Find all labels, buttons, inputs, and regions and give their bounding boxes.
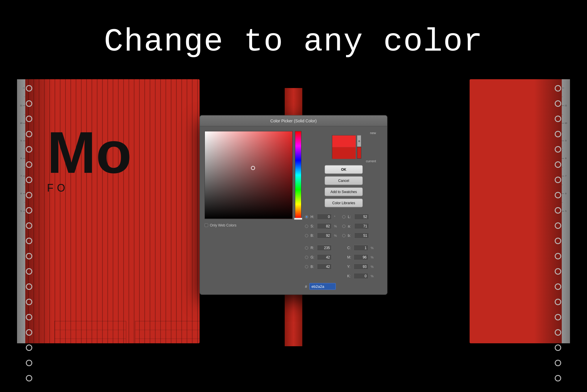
color-picker-right: new ⊕ current OK [305,131,382,290]
y-unit: % [371,265,374,268]
spiral-ring [26,283,32,290]
m-label: M: [347,255,351,259]
g-input[interactable] [317,254,332,260]
spiral-ring [555,116,561,122]
r-label: R: [311,246,315,250]
dialog-body: Only Web Colors new ⊕ [200,126,387,295]
only-web-colors-checkbox[interactable] [205,224,208,227]
color-libraries-button[interactable]: Color Libraries [325,199,363,207]
values-columns: H: ° S: % [305,214,382,281]
spiral-rings-right [555,85,561,381]
s-unit: % [334,224,338,228]
notebook-line-boxes [54,321,207,357]
dialog-titlebar: Color Picker (Solid Color) [200,116,387,126]
swatch-current-color [332,147,356,159]
c-label: C: [347,246,351,250]
b3-input[interactable] [354,233,369,239]
only-web-colors-checkbox-group[interactable]: Only Web Colors [205,223,236,227]
color-gradient-picker[interactable] [205,131,293,219]
a-input[interactable] [354,223,369,229]
s-label: S: [311,224,315,228]
h-radio[interactable] [305,215,308,218]
b3-radio[interactable] [342,234,345,237]
m-row: M: % [342,254,374,260]
spiral-ring [26,161,32,168]
m-unit: % [371,256,374,259]
a-row: a: [342,223,374,229]
spiral-ring [555,161,561,168]
new-label: new [370,131,376,135]
spiral-ring [555,192,561,198]
spiral-ring [26,146,32,153]
a-label: a: [348,224,352,228]
l-label: L: [348,215,352,219]
hue-slider[interactable] [295,131,301,219]
b3-label: b: [348,234,352,238]
spiral-ring [555,85,561,92]
current-label: current [366,159,376,163]
spiral-ring [555,375,561,381]
dialog-title: Color Picker (Solid Color) [270,119,317,123]
r-input[interactable] [317,245,332,251]
g-label: G: [311,255,315,259]
line-box-2 [135,321,207,357]
c-row: C: % [342,245,374,251]
color-values-section: H: ° S: % [305,212,382,290]
hex-hash: # [305,284,307,289]
y-input[interactable] [354,264,368,270]
b-label: B: [311,234,315,238]
spiral-ring [26,375,32,381]
color-picker-left: Only Web Colors [205,131,301,290]
only-web-colors-row: Only Web Colors [205,222,301,227]
b2-radio[interactable] [305,265,308,268]
r-row: R: [305,245,338,251]
main-heading: Change to any color [0,23,587,60]
g-radio[interactable] [305,256,308,259]
spiral-ring [26,116,32,122]
spiral-ring [555,344,561,351]
k-input[interactable] [354,273,368,279]
b-input[interactable] [317,233,332,239]
spiral-ring [26,253,32,259]
spiral-ring [26,329,32,336]
a-radio[interactable] [342,224,345,228]
spiral-ring [555,238,561,244]
s-radio[interactable] [305,224,308,228]
spiral-ring [555,253,561,259]
spiral-ring [26,222,32,229]
h-label: H: [311,215,315,219]
hue-slider-container[interactable] [295,131,301,219]
spiral-ring [555,314,561,320]
m-input[interactable] [354,254,368,260]
b-radio[interactable] [305,234,308,237]
add-to-swatches-button[interactable]: Add to Swatches [325,187,363,196]
h-row: H: ° [305,214,338,220]
c-input[interactable] [354,245,368,251]
l-radio[interactable] [342,215,345,218]
color-picker-dialog: Color Picker (Solid Color) [200,115,387,295]
spiral-ring [555,299,561,305]
color-controls-row [205,131,301,219]
s-input[interactable] [317,223,332,229]
b2-input[interactable] [317,264,332,270]
lab-cmyk-column: L: a: b: [342,214,374,281]
y-row: Y: % [342,264,374,270]
k-unit: % [371,274,374,278]
spiral-ring [26,177,32,183]
cancel-button[interactable]: Cancel [325,176,363,185]
ok-button[interactable]: OK [325,165,363,174]
spiral-ring [26,314,32,320]
l-input[interactable] [354,214,369,220]
spiral-ring [555,329,561,336]
r-radio[interactable] [305,246,308,249]
b2-row: B: [305,264,338,270]
spiral-ring [26,100,32,107]
k-label: K: [347,274,351,278]
b-unit: % [334,234,338,237]
k-row: K: % [342,273,374,279]
swatch-combined [332,135,355,159]
color-model-icon: ⊕ [357,135,361,147]
hex-input[interactable] [309,283,336,290]
h-input[interactable] [317,214,332,220]
current-color-side-icon [357,147,361,159]
